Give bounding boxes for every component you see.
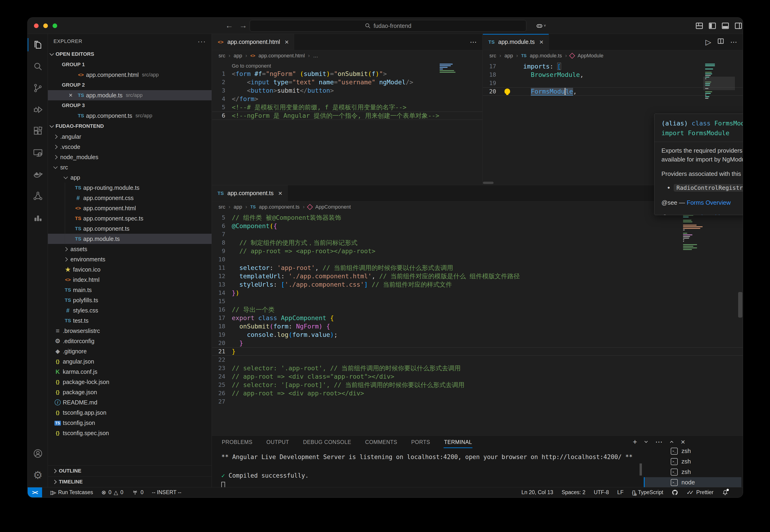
panel-more-actions-icon[interactable]: ⋯ — [655, 437, 663, 446]
tree-item-app[interactable]: app — [48, 172, 212, 183]
tree-item-app.component.css[interactable]: #app.component.css — [48, 193, 212, 203]
status-github[interactable] — [672, 489, 678, 496]
tree-item-favicon.ico[interactable]: ★favicon.ico — [48, 264, 212, 275]
open-editors-section[interactable]: OPEN EDITORS — [48, 49, 212, 59]
code-editor[interactable]: Go to component1<form #f="ngForm" (submi… — [212, 61, 482, 185]
status-ports[interactable]: 0 — [132, 489, 144, 496]
terminal-instance-zsh[interactable]: >_zsh — [644, 446, 741, 456]
activity-remote-explorer-icon[interactable] — [28, 142, 48, 164]
panel-tab-ports[interactable]: PORTS — [411, 438, 431, 447]
close-panel-icon[interactable]: × — [681, 438, 685, 446]
panel-tab-problems[interactable]: PROBLEMS — [221, 438, 253, 447]
vertical-scrollbar[interactable] — [738, 292, 742, 318]
more-actions-icon[interactable]: ⋯ — [730, 38, 737, 46]
horizontal-scrollbar[interactable] — [483, 182, 493, 184]
terminal-dropdown-icon[interactable] — [645, 441, 647, 443]
tree-item-node_modules[interactable]: node_modules — [48, 152, 212, 162]
zoom-window-button[interactable] — [52, 23, 57, 28]
tree-item-package-lock.json[interactable]: {}package-lock.json — [48, 377, 212, 387]
status-problems[interactable]: ⊗0△0 — [101, 489, 123, 496]
open-editor-item-app.module.ts[interactable]: ×TSapp.module.tssrc/app — [48, 90, 212, 100]
status-notifications[interactable] — [722, 489, 728, 496]
toggle-panel-icon[interactable] — [720, 21, 731, 31]
close-tab-icon[interactable]: × — [539, 38, 543, 46]
tree-item-environments[interactable]: environments — [48, 254, 212, 264]
tab-app.module.ts[interactable]: TSapp.module.ts× — [483, 34, 549, 50]
remote-indicator[interactable]: >< — [28, 487, 42, 497]
panel-tab-output[interactable]: OUTPUT — [266, 438, 290, 447]
status-prettier[interactable]: ✓✓Prettier — [687, 489, 714, 496]
status-insert-mode[interactable]: -- INSERT -- — [152, 489, 181, 496]
tree-item-tsconfig.app.json[interactable]: {}tsconfig.app.json — [48, 407, 212, 418]
status-encoding[interactable]: UTF-8 — [594, 489, 609, 496]
activity-source-control-icon[interactable] — [28, 77, 48, 99]
tree-item-.browserslistrc[interactable]: ≡.browserslistrc — [48, 326, 212, 336]
back-arrow-icon[interactable]: ← — [224, 21, 234, 30]
tree-item-app.module.ts[interactable]: TSapp.module.ts — [48, 234, 212, 244]
tab-app.component.ts[interactable]: TSapp.component.ts× — [212, 185, 288, 201]
tree-item-tsconfig.json[interactable]: TStsconfig.json — [48, 418, 212, 428]
tree-item-karma.conf.js[interactable]: Kkarma.conf.js — [48, 367, 212, 377]
tree-item-app.component.html[interactable]: <>app.component.html — [48, 203, 212, 213]
terminal-instance-node[interactable]: >_node — [644, 477, 741, 488]
terminal-instance-zsh[interactable]: >_zsh — [644, 456, 741, 467]
tab-app.component.html[interactable]: <>app.component.html× — [212, 34, 294, 50]
minimize-window-button[interactable] — [43, 23, 48, 28]
run-file-icon[interactable]: ▷ — [705, 38, 711, 46]
explorer-more-actions-icon[interactable]: ··· — [198, 37, 206, 45]
tree-item-main.ts[interactable]: TSmain.ts — [48, 285, 212, 295]
activity-account-icon[interactable] — [28, 443, 48, 464]
activity-chart-icon[interactable] — [28, 207, 48, 228]
status-indentation[interactable]: Spaces: 2 — [562, 489, 586, 496]
tree-item-tsconfig.spec.json[interactable]: {}tsconfig.spec.json — [48, 428, 212, 438]
more-actions-icon[interactable]: ⋯ — [470, 38, 477, 46]
tree-item-package.json[interactable]: {}package.json — [48, 387, 212, 397]
template-driven-forms-guide-link[interactable]: Template-driven Forms Guide — [687, 213, 743, 215]
activity-extensions-icon[interactable] — [28, 120, 48, 142]
activity-docker-icon[interactable] — [28, 164, 48, 185]
lightbulb-icon[interactable] — [504, 89, 510, 94]
status-cursor-position[interactable]: Ln 20, Col 13 — [521, 489, 553, 496]
tree-item-.editorconfig[interactable]: ⚙.editorconfig — [48, 336, 212, 346]
tree-item-app.component.spec.ts[interactable]: TSapp.component.spec.ts — [48, 213, 212, 223]
codelens-go-to-component[interactable]: Go to component — [232, 62, 271, 70]
panel-tab-debug-console[interactable]: DEBUG CONSOLE — [303, 438, 352, 447]
forms-overview-link[interactable]: Forms Overview — [687, 199, 731, 206]
outline-section[interactable]: OUTLINE — [48, 465, 212, 476]
timeline-section[interactable]: TIMELINE — [48, 476, 212, 487]
breadcrumb[interactable]: src›app›TSapp.module.ts›AppModule — [483, 50, 743, 61]
tree-item-assets[interactable]: assets — [48, 244, 212, 254]
tree-item-app.component.ts[interactable]: TSapp.component.ts — [48, 223, 212, 234]
close-editor-icon[interactable]: × — [66, 92, 76, 99]
status-language[interactable]: {}⊗TypeScript — [632, 489, 663, 496]
toggle-sidebar-right-icon[interactable] — [733, 21, 743, 31]
activity-run-debug-icon[interactable] — [28, 99, 48, 120]
project-section[interactable]: FUDAO-FRONTEND — [48, 121, 212, 131]
tree-item-src[interactable]: src — [48, 162, 212, 172]
breadcrumb[interactable]: src›app›<>app.component.html›… — [212, 50, 482, 61]
tree-item-polyfills.ts[interactable]: TSpolyfills.ts — [48, 295, 212, 305]
copilot-icon[interactable]: ˅ — [536, 21, 546, 31]
panel-scrollbar[interactable] — [640, 463, 642, 476]
activity-search-icon[interactable] — [28, 56, 48, 77]
close-tab-icon[interactable]: × — [285, 38, 289, 46]
panel-tab-terminal[interactable]: TERMINAL — [444, 438, 472, 447]
terminal-output[interactable]: ** Angular Live Development Server is li… — [221, 452, 634, 489]
maximize-panel-icon[interactable] — [671, 441, 673, 443]
command-center-search[interactable]: fudao-frontend — [250, 20, 526, 32]
activity-explorer-icon[interactable] — [28, 34, 48, 56]
tree-item-angular.json[interactable]: {}angular.json — [48, 356, 212, 367]
toggle-sidebar-left-icon[interactable] — [707, 21, 718, 31]
code-editor[interactable]: 5// 组件类 被@Component装饰器装饰6@Component({78 … — [212, 213, 743, 435]
tree-item-README.md[interactable]: iREADME.md — [48, 397, 212, 407]
forward-arrow-icon[interactable]: → — [238, 21, 248, 30]
activity-settings-icon[interactable]: ⚙ — [28, 464, 48, 486]
activity-kubernetes-icon[interactable] — [28, 185, 48, 207]
tree-item-.gitignore[interactable]: ◆.gitignore — [48, 346, 212, 356]
close-window-button[interactable] — [34, 23, 39, 28]
tree-item-.vscode[interactable]: .vscode — [48, 142, 212, 152]
new-terminal-icon[interactable]: + — [633, 438, 637, 446]
tree-item-test.ts[interactable]: TStest.ts — [48, 315, 212, 326]
tree-item-styles.css[interactable]: #styles.css — [48, 305, 212, 315]
status-eol[interactable]: LF — [617, 489, 624, 496]
